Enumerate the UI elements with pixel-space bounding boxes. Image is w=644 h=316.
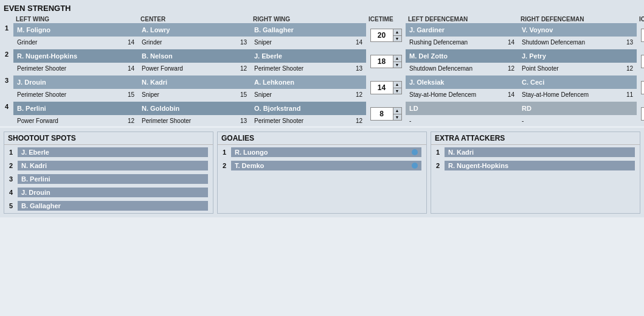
goalie-num: 1 [223,149,231,156]
shootout-section: SHOOTOUT SPOTS 1J. Eberle2N. Kadri3B. Pe… [4,132,213,214]
extra-item: 1N. Kadri [434,146,637,158]
extra-player[interactable]: N. Kadri [445,147,635,157]
it-dn[interactable]: ▼ [393,88,401,94]
shootout-num: 4 [9,189,18,196]
goalies-title: GOALIES [218,132,426,145]
goalie-player[interactable]: R. Luongo [231,147,421,157]
icetime2-cell[interactable]: 0▲▼ [637,102,644,126]
icetime1-cell[interactable]: 18▲▼ [366,49,406,74]
player-name-cell[interactable]: A. Lehkonen [251,75,366,89]
shootout-item: 1J. Eberle [7,146,210,158]
it-up[interactable]: ▲ [393,82,401,88]
icetime1-cell[interactable]: 20▲▼ [366,23,406,47]
player-name-cell[interactable]: J. Oleksiak [406,75,518,89]
attr-cell: Power Forward12 [138,63,251,74]
it-dn[interactable]: ▼ [393,114,401,121]
extra-player[interactable]: R. Nugent-Hopkins [445,161,635,170]
icetime1-cell[interactable]: 14▲▼ [366,75,406,100]
attr-cell: Sniper15 [138,89,251,100]
row-grid-2: R. Nugent-HopkinsB. NelsonJ. Eberle18▲▼M… [13,49,640,74]
attr-cell: Perimeter Shooter15 [13,89,138,100]
col-header-c: CENTER [138,15,251,23]
player-name-cell[interactable]: O. Bjorkstrand [251,102,366,115]
attr-cell: Grinder13 [138,37,251,47]
icetime1-cell[interactable]: 8▲▼ [366,102,406,126]
it-up[interactable]: ▲ [393,55,401,61]
shootout-item: 4J. Drouin [7,186,210,198]
shootout-player[interactable]: B. Gallagher [18,201,208,211]
player-name-cell[interactable]: M. Del Zotto [406,49,518,63]
attr-cell: Shutdown Defenceman13 [518,37,637,47]
it-up[interactable]: ▲ [393,108,401,114]
player-name-cell[interactable]: N. Goldobin [138,102,251,115]
player-name-cell[interactable]: B. Gallagher [251,23,366,37]
extra-num: 1 [436,149,445,156]
attr-cell: Grinder14 [13,37,138,47]
goalies-section: GOALIES 1R. Luongo2T. Demko [217,132,427,214]
goalie-num: 2 [223,162,231,169]
shootout-player[interactable]: J. Eberle [18,147,208,157]
shootout-item: 2N. Kadri [7,160,210,172]
player-name-cell[interactable]: C. Ceci [518,75,637,89]
goalie-item: 1R. Luongo [220,146,424,158]
lineup-row-2: 2R. Nugent-HopkinsB. NelsonJ. Eberle18▲▼… [13,49,640,74]
lineup-row-1: 1M. FolignoA. LowryB. Gallagher20▲▼J. Ga… [13,23,640,47]
shootout-title: SHOOTOUT SPOTS [4,132,213,145]
player-name-cell[interactable]: J. Eberle [251,49,366,63]
shootout-player[interactable]: N. Kadri [18,161,208,170]
attr-cell: Perimeter Shooter12 [251,115,366,126]
lineup-row-3: 3J. DrouinN. KadriA. Lehkonen14▲▼J. Olek… [13,75,640,100]
shootout-player[interactable]: J. Drouin [18,188,208,197]
attr-cell: Sniper14 [251,37,366,47]
shootout-num: 3 [9,175,18,183]
row-number-4: 4 [5,103,9,110]
player-name-cell[interactable]: A. Lowry [138,23,251,37]
attr-cell: Stay-at-Home Defencem11 [518,89,637,100]
icetime2-cell[interactable]: 17▲▼ [637,75,644,100]
attr-cell: Rushing Defenceman14 [406,37,518,47]
player-name-cell[interactable]: M. Foligno [13,23,138,37]
player-name-cell[interactable]: J. Gardiner [406,23,518,37]
goalie-item: 2T. Demko [220,160,424,172]
attr-cell: Perimeter Shooter13 [138,115,251,126]
shootout-item: 3B. Perlini [7,173,210,185]
lineup-row-4: 4B. PerliniN. GoldobinO. Bjorkstrand8▲▼L… [13,102,640,126]
player-name-cell[interactable]: LD [406,102,518,115]
it-up[interactable]: ▲ [393,29,401,35]
attr-cell: Perimeter Shooter14 [13,63,138,74]
player-name-cell[interactable]: J. Drouin [13,75,138,89]
col-header-rw: RIGHT WING [251,15,366,23]
row-grid-3: J. DrouinN. KadriA. Lehkonen14▲▼J. Oleks… [13,75,640,100]
shootout-num: 1 [9,149,18,156]
row-grid-1: M. FolignoA. LowryB. Gallagher20▲▼J. Gar… [13,23,640,47]
player-name-cell[interactable]: V. Voynov [518,23,637,37]
shootout-item: 5B. Gallagher [7,200,210,212]
row-grid-4: B. PerliniN. GoldobinO. Bjorkstrand8▲▼LD… [13,102,640,126]
col-header-it1: ICETIME [366,15,406,23]
attr-cell: Stay-at-Home Defencem14 [406,89,518,100]
attr-cell: - [406,115,518,126]
icetime2-cell[interactable]: 19▲▼ [637,49,644,74]
attr-cell: Power Forward12 [13,115,138,126]
icetime2-cell[interactable]: 24▲▼ [637,23,644,47]
shootout-player[interactable]: B. Perlini [18,174,208,184]
it-dn[interactable]: ▼ [393,61,401,68]
player-name-cell[interactable]: J. Petry [518,49,637,63]
it-dn[interactable]: ▼ [393,35,401,42]
player-name-cell[interactable]: RD [518,102,637,115]
col-header-lw: LEFT WING [13,15,138,23]
row-number-2: 2 [5,51,9,58]
player-name-cell[interactable]: N. Kadri [138,75,251,89]
col-header-rd: RIGHT DEFENCEMAN [518,15,637,23]
attr-cell: Perimeter Shooter13 [251,63,366,74]
player-name-cell[interactable]: B. Nelson [138,49,251,63]
player-name-cell[interactable]: R. Nugent-Hopkins [13,49,138,63]
goalie-player[interactable]: T. Demko [231,161,421,170]
attr-cell: Sniper12 [251,89,366,100]
shootout-num: 2 [9,162,18,169]
player-name-cell[interactable]: B. Perlini [13,102,138,115]
shootout-num: 5 [9,202,18,209]
extra-item: 2R. Nugent-Hopkins [434,160,637,172]
row-number-1: 1 [5,24,9,32]
extra-attackers-section: EXTRA ATTACKERS 1N. Kadri2R. Nugent-Hopk… [431,132,640,214]
